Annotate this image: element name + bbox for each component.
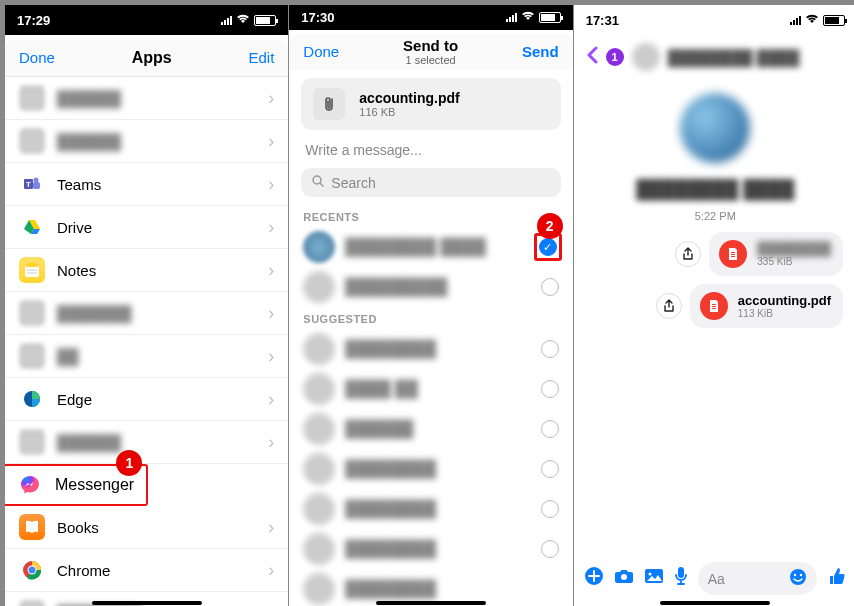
like-button[interactable] [827,566,847,591]
message-input[interactable]: Write a message... [289,138,572,168]
emoji-button[interactable] [789,568,807,589]
section-header-suggested: SUGGESTED [289,307,572,329]
mic-button[interactable] [674,566,688,591]
contact-name: █████████ [345,278,447,296]
home-indicator[interactable] [376,601,486,605]
file-size: 113 KiB [738,308,831,319]
app-item-teams[interactable]: TTeams [5,163,288,206]
contact-item[interactable]: ████████ ████ ✓ [289,227,572,267]
svg-rect-18 [712,306,716,307]
app-item-notes[interactable]: Notes [5,249,288,292]
contact-item[interactable]: ████ ██ [289,369,572,409]
document-icon [700,292,728,320]
gallery-button[interactable] [644,567,664,590]
app-item[interactable]: ██████ [5,120,288,163]
attachment-size: 116 KB [359,106,459,118]
battery-icon [539,12,561,23]
wifi-icon [521,10,535,24]
svg-rect-24 [678,567,684,578]
share-button[interactable] [675,241,701,267]
drive-icon [19,214,45,240]
checkbox-unchecked-icon[interactable] [541,500,559,518]
attachment-filename: accounting.pdf [359,90,459,106]
checkbox-unchecked-icon[interactable] [541,420,559,438]
app-item-edge[interactable]: Edge [5,378,288,421]
status-time: 17:30 [301,10,334,25]
signal-icon [790,16,801,25]
contact-name: ████ ██ [345,380,417,398]
app-label: Edge [57,391,92,408]
camera-button[interactable] [614,567,634,590]
home-indicator[interactable] [660,601,770,605]
svg-point-23 [648,573,651,576]
contact-item[interactable]: ████████ [289,489,572,529]
app-item[interactable]: ██ [5,335,288,378]
message-timestamp: 5:22 PM [574,210,854,222]
contact-avatar-large[interactable] [680,93,750,163]
contact-name: ████████ [345,460,436,478]
status-indicators [790,13,845,27]
done-button[interactable]: Done [303,43,339,60]
app-label: ██████ [57,434,121,451]
checkbox-unchecked-icon[interactable] [541,340,559,358]
app-item[interactable]: ██████ [5,77,288,120]
paperclip-icon [313,88,345,120]
status-bar: 17:29 [5,5,288,35]
contact-name: ████████ [345,340,436,358]
contact-name: ████████ [345,500,436,518]
battery-icon [254,15,276,26]
file-message[interactable]: ████████ 335 KiB [709,232,843,276]
contact-item[interactable]: █████████ [289,267,572,307]
app-item-drive[interactable]: Drive [5,206,288,249]
contact-item[interactable]: ████████ [289,329,572,369]
done-button[interactable]: Done [19,49,55,66]
chrome-icon [19,557,45,583]
checkbox-unchecked-icon[interactable] [541,278,559,296]
app-item-books[interactable]: Books [5,506,288,549]
file-name: ████████ [757,241,831,256]
plus-button[interactable] [584,566,604,591]
contact-avatar [303,271,335,303]
contact-item[interactable]: ████████ [289,449,572,489]
contact-avatar-small[interactable] [632,43,660,71]
contact-item[interactable]: ████████ [289,529,572,569]
send-button[interactable]: Send [522,43,559,60]
app-item[interactable]: ███████ [5,292,288,335]
svg-line-13 [320,183,323,186]
wifi-icon [805,13,819,27]
file-message[interactable]: accounting.pdf 113 KiB [690,284,843,328]
home-indicator[interactable] [92,601,202,605]
contact-name-header[interactable]: ████████ ████ [668,49,800,66]
nav-title: Apps [132,49,172,67]
share-button[interactable] [656,293,682,319]
checkbox-checked-icon[interactable]: ✓ [539,238,557,256]
app-item-messenger[interactable]: Messenger [17,472,134,498]
app-label: ██ [57,348,78,365]
app-item-chrome[interactable]: Chrome [5,549,288,592]
file-size: 335 KiB [757,256,831,267]
search-input[interactable]: Search [301,168,560,197]
file-name: accounting.pdf [738,293,831,308]
checkbox-unchecked-icon[interactable] [541,380,559,398]
edit-button[interactable]: Edit [248,49,274,66]
svg-rect-5 [25,263,39,267]
books-icon [19,514,45,540]
contact-item[interactable]: ██████ [289,409,572,449]
nav-bar: Done Apps Edit [5,39,288,77]
unread-badge: 1 [606,48,624,66]
svg-point-21 [621,574,627,580]
svg-point-25 [790,569,806,585]
nav-bar: Done Send to 1 selected Send [289,34,572,70]
nav-title-group: Send to 1 selected [403,37,458,66]
signal-icon [506,13,517,22]
app-item[interactable]: ██████ [5,421,288,464]
svg-rect-3 [33,182,40,189]
nav-subtitle: 1 selected [403,54,458,66]
attachment-card[interactable]: accounting.pdf 116 KB [301,78,560,130]
text-input[interactable]: Aa [698,562,817,595]
app-label: ███████ [57,305,131,322]
checkbox-unchecked-icon[interactable] [541,540,559,558]
back-button[interactable] [586,46,598,69]
checkbox-unchecked-icon[interactable] [541,460,559,478]
document-icon [719,240,747,268]
